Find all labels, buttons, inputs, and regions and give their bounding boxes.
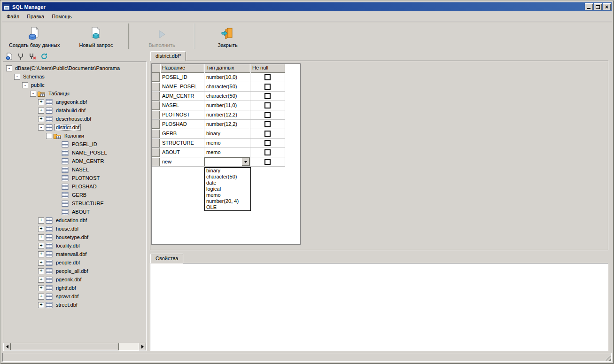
scroll-left-button[interactable] [3,343,11,350]
menu-help[interactable]: Помощь [48,12,76,21]
new-query-button[interactable]: Новый запрос [65,23,126,50]
column-type-cell[interactable]: number(10,0) [204,73,250,82]
tree-item[interactable]: ADM_CENTR [3,157,146,165]
not-null-checkbox[interactable] [264,149,271,155]
tree-item[interactable]: -dBase(C:\Users\Public\Documents\Panoram… [3,64,146,72]
expand-icon[interactable]: + [38,217,44,224]
tab-district-dbf[interactable]: district.dbf* [150,51,186,61]
column-type-cell[interactable]: binary [204,129,250,139]
tree-item[interactable]: PLOSHAD [3,182,146,191]
tree-item[interactable]: +housetype.dbf [3,233,146,241]
dropdown-option[interactable]: OLE [205,204,250,210]
horizontal-splitter[interactable] [150,250,608,254]
expand-icon[interactable]: + [38,294,44,300]
not-null-checkbox[interactable] [264,112,271,118]
row-selector[interactable] [152,101,160,110]
menu-file[interactable]: Файл [3,12,23,21]
combo-dropdown-button[interactable] [241,158,249,166]
column-type-cell[interactable]: character(50) [204,82,250,92]
collapse-icon[interactable]: - [22,82,28,88]
row-selector[interactable] [152,148,160,157]
column-type-cell[interactable]: number(11,0) [204,101,250,110]
not-null-checkbox[interactable] [264,140,271,146]
tree-item[interactable]: -district.dbf [3,123,146,132]
dropdown-option[interactable]: character(50) [205,174,250,180]
dropdown-option[interactable]: number(20, 4) [205,198,250,204]
minimize-button[interactable] [585,3,593,10]
app-icon[interactable] [3,4,11,10]
tree-item[interactable]: +locality.dbf [3,241,146,250]
tab-properties[interactable]: Свойства [150,254,183,263]
tree-item[interactable]: +rightf.dbf [3,284,146,292]
tree-item[interactable]: +street.dbf [3,301,146,309]
not-null-checkbox[interactable] [264,74,271,80]
collapse-icon[interactable]: - [46,133,52,139]
tree-item[interactable]: STRUCTURE [3,199,146,208]
not-null-checkbox[interactable] [264,93,271,99]
refresh-button[interactable] [39,52,49,61]
maximize-button[interactable] [594,3,602,10]
tree-item[interactable]: +anygeonk.dbf [3,98,146,106]
expand-icon[interactable]: + [38,99,44,105]
not-null-checkbox[interactable] [264,159,271,165]
column-name-cell[interactable]: NASEL [160,101,204,110]
column-name-cell[interactable]: PLOTNOST [160,110,204,120]
new-database-button[interactable] [4,52,14,61]
expand-icon[interactable]: + [38,108,44,114]
tree-item[interactable]: +pgeonk.dbf [3,275,146,284]
not-null-checkbox[interactable] [264,121,271,127]
tree-item[interactable]: -public [3,81,146,89]
connect-button[interactable] [16,52,26,61]
tree-item[interactable]: POSEL_ID [3,140,146,148]
scroll-thumb[interactable] [11,343,119,350]
collapse-icon[interactable]: - [38,124,44,131]
row-selector[interactable] [152,92,160,101]
column-type-cell[interactable]: number(12,2) [204,110,250,120]
expand-icon[interactable]: + [38,243,44,249]
dropdown-option[interactable]: memo [205,192,250,198]
column-type-cell[interactable]: number(12,2) [204,120,250,129]
expand-icon[interactable]: + [38,268,44,274]
tree-item[interactable]: +people.dbf [3,258,146,267]
tree-item[interactable]: -Schemas [3,72,146,81]
disconnect-button[interactable] [27,52,38,61]
tree-item[interactable]: +house.dbf [3,225,146,233]
tree-item[interactable]: PLOTNOST [3,174,146,182]
row-selector[interactable] [152,139,160,148]
dropdown-option[interactable]: binary [205,168,250,174]
tree-item[interactable]: +descrhouse.dbf [3,115,146,123]
row-selector[interactable] [152,73,160,82]
tree-item[interactable]: NAME_POSEL [3,148,146,157]
expand-icon[interactable]: + [38,234,44,240]
collapse-icon[interactable]: - [30,91,36,97]
expand-icon[interactable]: + [38,251,44,257]
tree-item[interactable]: +materwall.dbf [3,250,146,258]
tree-item[interactable]: ABOUT [3,208,146,216]
close-button[interactable]: × [603,3,611,10]
scroll-right-button[interactable] [139,343,146,350]
tree-item[interactable]: +education.dbf [3,216,146,225]
expand-icon[interactable]: + [38,285,44,291]
tree-item[interactable]: -Таблицы [3,89,146,98]
tree-item[interactable]: -Колонки [3,132,146,140]
vertical-splitter[interactable] [147,51,150,351]
column-name-cell[interactable]: ABOUT [160,148,204,157]
column-name-cell[interactable]: PLOSHAD [160,120,204,129]
expand-icon[interactable]: + [38,277,44,283]
expand-icon[interactable]: + [38,260,44,266]
row-selector[interactable] [152,82,160,92]
expand-icon[interactable]: + [38,302,44,308]
not-null-checkbox[interactable] [264,102,271,108]
tree-item[interactable]: +databuild.dbf [3,106,146,115]
column-name-cell[interactable]: STRUCTURE [160,139,204,148]
tree-item[interactable]: +people_all.dbf [3,267,146,275]
not-null-checkbox[interactable] [264,131,271,137]
row-selector[interactable] [152,120,160,129]
column-name-cell[interactable]: ADM_CENTR [160,92,204,101]
resize-grip[interactable] [605,355,611,361]
column-name-cell[interactable]: GERB [160,129,204,139]
expand-icon[interactable]: + [38,116,44,122]
tree-item[interactable]: NASEL [3,165,146,174]
column-type-cell[interactable]: memo [204,139,250,148]
collapse-icon[interactable]: - [6,65,12,71]
